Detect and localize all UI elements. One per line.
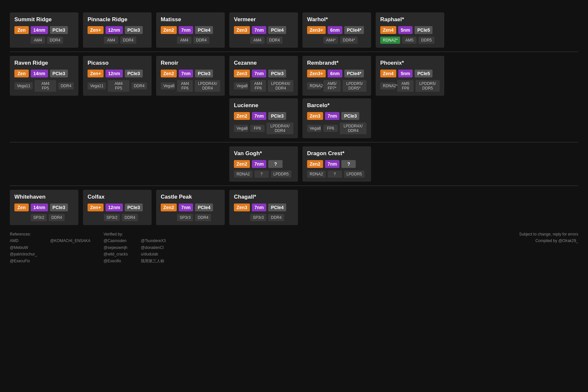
info-cell: AM4 — [104, 37, 118, 44]
badge: 12nm — [106, 26, 123, 34]
badge-row: Zen37nmPCIe4 — [234, 204, 293, 211]
badge: 5nm — [398, 26, 413, 34]
info-cell: LPDDR5/ DDR5 — [416, 80, 440, 92]
info-cell: AM4 FP6 — [250, 80, 266, 92]
info-row: AM4DDR4 — [234, 37, 293, 44]
info-cell: DDR4 — [47, 37, 63, 44]
info-row: RDNA2*AM5 FP8LPDDR5/ DDR5 — [380, 80, 440, 92]
info-cell: SP3r2 — [104, 214, 120, 221]
info-cell — [14, 214, 29, 221]
info-row: Vega8AM4 FP6LPDDR4X/ DDR4 — [234, 80, 293, 92]
cpu-card: Van Gogh*Zen27nm?RDNA2?LPDDR5 — [229, 146, 298, 182]
cpu-card: Raven RidgeZen14nmPCIe3Vega11AM4 FP5DDR4 — [10, 56, 78, 96]
cpu-card: Dragon Crest*Zen27nm?RDNA2?LPDDR5 — [302, 146, 371, 182]
info-cell: RDNA2 — [307, 82, 321, 90]
footer: References:AMD@MebiuW@patrickschur_@Exec… — [10, 231, 578, 264]
badge-row: Zen+12nmPCIe3 — [88, 26, 147, 34]
badge: Zen2 — [234, 112, 250, 120]
references: References:AMD@MebiuW@patrickschur_@Exec… — [10, 231, 37, 264]
badge-row: Zen3+6nmPCIe4* — [307, 26, 367, 34]
info-cell — [234, 214, 248, 221]
info-row: AM4DDR4 — [14, 37, 74, 44]
card-title: Raven Ridge — [14, 60, 74, 66]
info-cell: LPDDR5 — [271, 171, 291, 178]
badge: Zen3 — [234, 204, 250, 211]
info-cell: DDR4 — [267, 37, 283, 44]
info-cell: RDNA2 — [234, 171, 253, 178]
badge: ? — [268, 160, 283, 168]
badge: 12nm — [106, 70, 123, 77]
info-cell: LPDDR4X/ DDR4 — [268, 80, 293, 92]
badge: PCIe4 — [268, 26, 286, 34]
info-cell: FP6 — [323, 125, 338, 132]
card-title: Dragon Crest* — [307, 150, 367, 157]
badge: PCIe5 — [415, 70, 433, 77]
cpu-card: Raphael*Zen45nmPCIe5RDNA2*AM5DDR5 — [376, 12, 444, 48]
badge: Zen — [14, 26, 29, 34]
badge: 12nm — [106, 204, 123, 211]
info-cell — [161, 214, 175, 221]
badge: 7nm — [252, 26, 267, 34]
badge: Zen+ — [88, 26, 104, 34]
info-cell: LPDDR5 — [344, 171, 365, 178]
badge-row: Zen+12nmPCIe3 — [88, 204, 147, 211]
cpu-card: LucienneZen27nmPCIe3Vega8FP6LPDDR4X/ DDR… — [229, 98, 298, 138]
badge: Zen2 — [234, 160, 250, 168]
badge: 5nm — [398, 70, 413, 77]
badge: 14nm — [31, 204, 48, 211]
badge-row: Zen45nmPCIe5 — [380, 26, 440, 34]
badge: 7nm — [179, 70, 193, 77]
mobile-top-section: Raven RidgeZen14nmPCIe3Vega11AM4 FP5DDR4… — [10, 56, 578, 96]
info-cell: Vega8 — [234, 82, 248, 90]
info-cell: SP3r3 — [250, 214, 266, 221]
info-cell: DDR5 — [418, 37, 434, 44]
info-cell — [307, 37, 321, 44]
card-title: Pinnacle Ridge — [88, 16, 147, 23]
cpu-card: Castle PeakZen27nmPCIe4 SP3r3DDR4 — [156, 190, 225, 225]
cpu-card: ColfaxZen+12nmPCIe3 SP3r2DDR4 — [83, 190, 152, 225]
info-row: SP3r3DDR4 — [234, 214, 293, 221]
badge: PCIe4 — [268, 204, 286, 211]
badge: Zen3 — [307, 112, 323, 120]
info-cell: AM4 FP6 — [177, 80, 193, 92]
info-cell: DDR4 — [58, 82, 74, 90]
info-cell: FP6 — [250, 125, 265, 132]
refs-label: References: — [10, 232, 31, 237]
card-title: Colfax — [88, 194, 147, 200]
cpu-card: Phoenix*Zen45nmPCIe5RDNA2*AM5 FP8LPDDR5/… — [376, 56, 444, 96]
badge: Zen2 — [161, 26, 177, 34]
card-title: Barcelo* — [307, 102, 367, 109]
badge-row: Zen27nmPCIe3 — [161, 70, 220, 77]
info-cell: DDR4 — [120, 37, 136, 44]
badge: PCIe3 — [125, 26, 143, 34]
info-cell: Vega11 — [14, 82, 33, 90]
info-cell: DDR4* — [340, 37, 357, 44]
cpu-card: VermeerZen37nmPCIe4 AM4DDR4 — [229, 12, 298, 48]
info-cell: SP3r3 — [177, 214, 193, 221]
hedt-section: WhitehavenZen14nmPCIe3 SP3r2DDR4ColfaxZe… — [10, 190, 578, 225]
badge-row: Zen27nmPCIe4 — [161, 26, 220, 34]
badge: Zen+ — [88, 204, 104, 211]
info-cell: AM4 — [31, 37, 45, 44]
badge: PCIe4 — [195, 26, 213, 34]
badge: 6nm — [328, 70, 342, 77]
info-row: RDNA2*AM5DDR5 — [380, 37, 440, 44]
info-row: AM4*DDR4* — [307, 37, 367, 44]
info-cell: RDNA2* — [380, 37, 400, 44]
badge: 7nm — [325, 160, 340, 168]
cpu-card: Barcelo*Zen37nmPCIe3Vega8FP6LPDDR4X/ DDR… — [302, 98, 371, 138]
cpu-card: Chagall*Zen37nmPCIe4 SP3r3DDR4 — [229, 190, 298, 225]
info-cell: AM5 — [402, 37, 416, 44]
info-row: RDNA2?LPDDR5 — [234, 171, 293, 178]
badge-row: Zen27nm? — [307, 160, 367, 168]
desktop-section: Summit RidgeZen14nmPCIe3 AM4DDR4Pinnacle… — [10, 12, 578, 48]
cpu-card: Rembrandt*Zen3+6nmPCIe4*RDNA2AM5/ FP7*LP… — [302, 56, 371, 96]
badge: Zen2 — [307, 160, 323, 168]
badge: 7nm — [252, 70, 267, 77]
info-cell — [161, 37, 175, 44]
badge-row: Zen37nmPCIe4 — [234, 26, 293, 34]
badge: PCIe3 — [195, 70, 213, 77]
info-cell: LPDDR4X/ DDR4 — [195, 80, 220, 92]
badge: 14nm — [31, 26, 48, 34]
info-cell: ? — [328, 171, 342, 178]
